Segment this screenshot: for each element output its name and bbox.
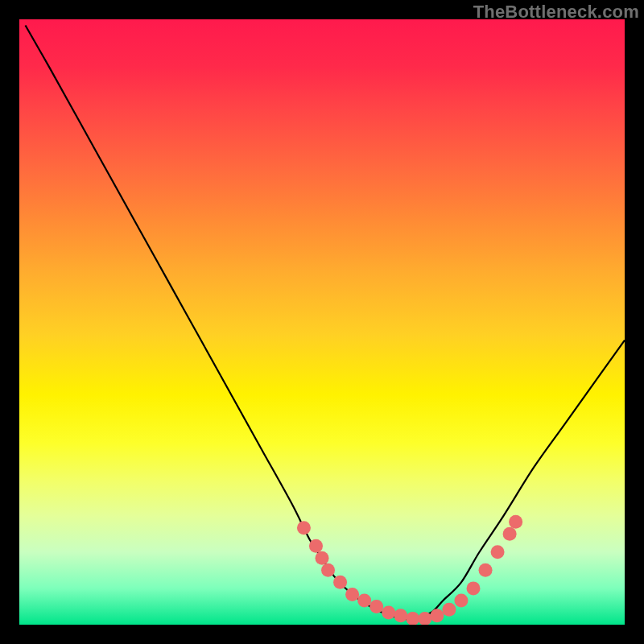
- highlight-dot: [316, 551, 329, 565]
- highlight-dot: [382, 605, 395, 619]
- highlight-dot: [491, 545, 505, 559]
- highlight-dot: [479, 564, 493, 577]
- highlight-dot: [321, 564, 335, 577]
- highlight-dot: [394, 609, 407, 622]
- highlight-dot: [333, 576, 347, 589]
- highlight-dot: [357, 593, 371, 607]
- highlight-dot: [309, 539, 323, 553]
- marker-layer: [297, 515, 522, 625]
- highlight-dot: [442, 603, 456, 617]
- highlight-dot: [454, 593, 468, 607]
- curve-layer: [26, 26, 625, 620]
- highlight-dot: [297, 521, 311, 535]
- highlight-dot: [509, 515, 522, 529]
- highlight-dot: [345, 588, 359, 601]
- outer-frame: TheBottleneck.com: [0, 0, 644, 644]
- highlight-dot: [467, 581, 481, 595]
- highlight-dot: [406, 612, 419, 625]
- highlight-dot: [430, 609, 444, 622]
- highlight-dot: [503, 527, 517, 541]
- chart-svg: [19, 19, 625, 625]
- bottleneck-curve-line: [26, 26, 625, 620]
- gradient-plot-area: [19, 19, 625, 625]
- highlight-dot: [369, 600, 383, 613]
